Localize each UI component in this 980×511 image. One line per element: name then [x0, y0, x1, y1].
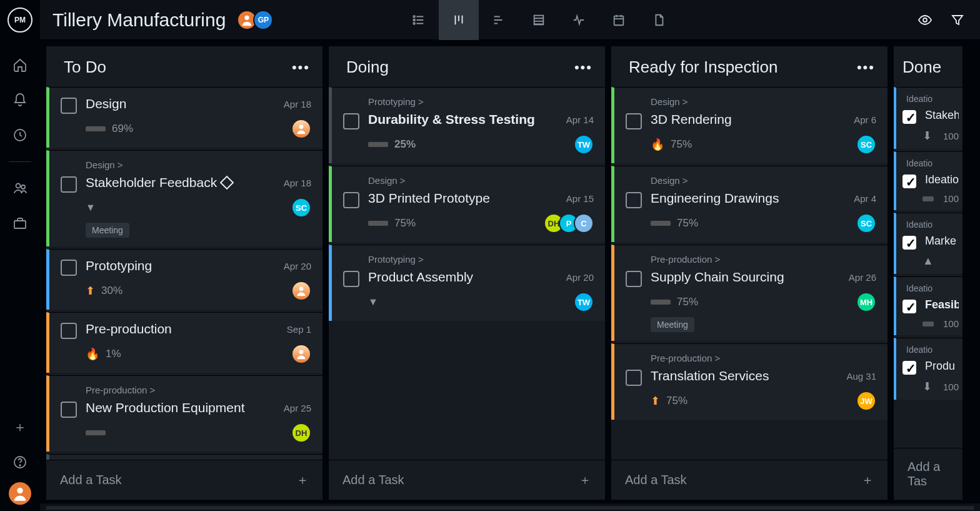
task-card[interactable]: Pre-production > Supply Chain Sourcing A…: [611, 245, 888, 341]
svg-point-13: [923, 18, 927, 22]
task-checkbox[interactable]: [61, 260, 77, 276]
svg-point-6: [17, 488, 22, 493]
task-checkbox[interactable]: [61, 98, 77, 114]
task-card-peek[interactable]: [46, 454, 322, 460]
assignee-avatar[interactable]: [291, 344, 311, 364]
column-menu-icon[interactable]: •••: [292, 59, 310, 76]
view-tabs: [399, 0, 679, 40]
project-title: Tillery Manufacturing: [52, 9, 226, 31]
task-card[interactable]: Prototyping Apr 20 ⬆30%: [46, 249, 322, 310]
task-checkbox[interactable]: [61, 402, 77, 418]
svg-rect-11: [534, 15, 543, 24]
task-card[interactable]: Prototyping > Product Assembly Apr 20 ▼ …: [329, 245, 605, 321]
task-card[interactable]: Ideatio Ideatio 100: [894, 151, 962, 210]
task-checkbox[interactable]: [343, 192, 359, 208]
assignee-avatar[interactable]: [291, 119, 311, 139]
task-card[interactable]: Ideatio Produ ⬇100: [894, 338, 962, 400]
task-due-date: Sep 1: [287, 321, 311, 335]
column-title: To Do: [64, 58, 106, 77]
task-card[interactable]: Ideatio Marke ▲: [894, 213, 962, 274]
assignee-avatar[interactable]: C: [574, 213, 594, 233]
gantt-view-icon[interactable]: [479, 0, 519, 40]
files-view-icon[interactable]: [639, 0, 679, 40]
help-icon[interactable]: [5, 447, 35, 477]
task-tag: Meeting: [86, 223, 129, 238]
task-card[interactable]: Design > Engineering Drawings Apr 4 75% …: [611, 166, 888, 242]
list-view-icon[interactable]: [399, 0, 439, 40]
task-card[interactable]: Design > 3D Printed Prototype Apr 15 75%…: [329, 166, 605, 242]
task-tag: Meeting: [651, 317, 694, 332]
task-checkbox[interactable]: [61, 176, 77, 193]
app-logo[interactable]: PM: [8, 8, 32, 33]
assignee-avatar[interactable]: SC: [291, 198, 311, 218]
project-members[interactable]: GP: [241, 10, 273, 30]
task-checkbox[interactable]: [902, 300, 916, 313]
add-new-icon[interactable]: ＋: [5, 412, 35, 442]
assignee-avatar[interactable]: MH: [856, 292, 876, 312]
task-card[interactable]: Pre-production > Translation Services Au…: [611, 343, 888, 420]
task-checkbox[interactable]: [626, 113, 642, 129]
sheet-view-icon[interactable]: [519, 0, 559, 40]
current-user-avatar[interactable]: [9, 482, 31, 505]
task-parent: Ideatio: [902, 94, 959, 104]
column-menu-icon[interactable]: •••: [574, 59, 592, 76]
task-parent: Pre-production >: [626, 353, 876, 363]
chevron-down-icon: ▼: [86, 202, 96, 213]
task-due-date: Apr 18: [284, 175, 311, 188]
task-title: Pre-production: [86, 321, 278, 336]
activity-view-icon[interactable]: [559, 0, 599, 40]
task-checkbox[interactable]: [902, 175, 916, 188]
add-task-button[interactable]: Add a Task ＋: [611, 460, 888, 500]
progress-bar-icon: [651, 300, 671, 305]
task-progress: 75%: [666, 395, 688, 407]
task-checkbox[interactable]: [343, 113, 359, 129]
task-card[interactable]: Prototyping > Durability & Stress Testin…: [329, 87, 605, 163]
assignee-avatar[interactable]: JW: [856, 391, 876, 411]
task-progress: 25%: [394, 138, 416, 151]
briefcase-icon[interactable]: [5, 208, 35, 238]
team-icon[interactable]: [5, 173, 35, 203]
task-checkbox[interactable]: [902, 110, 916, 124]
task-checkbox[interactable]: [61, 323, 77, 339]
column-title: Done: [902, 58, 941, 77]
task-checkbox[interactable]: [626, 271, 642, 287]
task-checkbox[interactable]: [902, 236, 916, 250]
task-parent: Ideatio: [902, 158, 959, 168]
task-card[interactable]: Pre-production Sep 1 🔥1%: [46, 312, 322, 373]
horizontal-scrollbar[interactable]: [46, 506, 974, 510]
assignee-avatar[interactable]: [291, 281, 311, 301]
visibility-icon[interactable]: [918, 13, 932, 28]
task-card[interactable]: Pre-production > New Production Equipmen…: [46, 375, 322, 452]
assignee-avatar[interactable]: TW: [574, 134, 594, 154]
filter-icon[interactable]: [950, 13, 965, 28]
task-card[interactable]: Ideatio Feasib 100: [894, 276, 962, 335]
task-card[interactable]: Design > 3D Rendering Apr 6 🔥75% SC: [611, 87, 888, 163]
bell-icon[interactable]: [5, 85, 35, 115]
task-checkbox[interactable]: [626, 370, 642, 386]
task-card[interactable]: Design > Stakeholder Feedback Apr 18 ▼ S…: [46, 150, 322, 246]
task-card[interactable]: Ideatio Stakeh ⬇100: [894, 87, 962, 149]
assignee-avatar[interactable]: DH: [291, 423, 311, 443]
clock-icon[interactable]: [5, 120, 35, 150]
column-menu-icon[interactable]: •••: [857, 59, 875, 76]
task-card[interactable]: Design Apr 18 69%: [46, 87, 322, 148]
add-task-button[interactable]: Add a Task ＋: [329, 460, 605, 500]
task-checkbox[interactable]: [626, 192, 642, 208]
board-view-icon[interactable]: [439, 0, 479, 40]
assignee-avatar[interactable]: SC: [856, 134, 876, 154]
calendar-view-icon[interactable]: [599, 0, 639, 40]
task-checkbox[interactable]: [343, 271, 359, 287]
add-task-button[interactable]: Add a Tas: [894, 448, 962, 500]
home-icon[interactable]: [5, 50, 35, 80]
assignee-avatar[interactable]: SC: [856, 213, 876, 233]
add-task-button[interactable]: Add a Task ＋: [46, 460, 322, 500]
priority-up-icon: ⬆: [651, 394, 660, 408]
task-progress: 75%: [677, 217, 698, 230]
svg-point-2: [21, 185, 25, 189]
task-title: Supply Chain Sourcing: [651, 270, 840, 285]
task-progress: 75%: [671, 138, 692, 151]
progress-bar-icon: [86, 430, 106, 435]
member-avatar-gp[interactable]: GP: [253, 10, 273, 30]
assignee-avatar[interactable]: TW: [574, 292, 594, 312]
task-checkbox[interactable]: [902, 361, 916, 375]
